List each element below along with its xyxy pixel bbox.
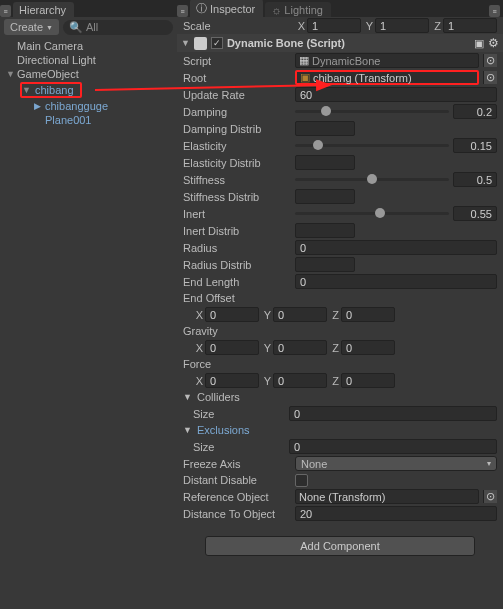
tree-item-game-object[interactable]: ▼ GameObject (0, 67, 177, 81)
axis-y: Y (261, 375, 271, 387)
radius-distrib-curve[interactable] (295, 257, 355, 272)
inert-slider[interactable] (295, 206, 449, 221)
force-x[interactable] (205, 373, 259, 388)
foldout-icon[interactable]: ▶ (34, 101, 45, 111)
scale-x[interactable] (307, 18, 361, 33)
field-label: Damping Distrib (183, 123, 291, 135)
field-label: Elasticity (183, 140, 291, 152)
elasticity-slider[interactable] (295, 138, 449, 153)
dropdown-value: None (301, 458, 327, 470)
gravity-x[interactable] (205, 340, 259, 355)
elasticity-distrib-curve[interactable] (295, 155, 355, 170)
script-value: DynamicBone (312, 55, 380, 67)
object-picker-icon[interactable]: ⊙ (483, 71, 497, 84)
tab-lighting[interactable]: ☼ Lighting (265, 2, 331, 17)
stiffness-value[interactable] (453, 172, 497, 187)
tree-item-main-camera[interactable]: Main Camera (0, 39, 177, 53)
csharp-script-icon (194, 37, 207, 50)
freeze-axis-dropdown[interactable]: None ▾ (295, 456, 497, 471)
component-enable-checkbox[interactable]: ✓ (211, 37, 223, 49)
inspector-icon: ⓘ (196, 1, 207, 16)
axis-x: X (193, 309, 203, 321)
end-offset-y[interactable] (273, 307, 327, 322)
field-label: Reference Object (183, 491, 291, 503)
end-offset-z[interactable] (341, 307, 395, 322)
reference-object-field[interactable]: None (Transform) (295, 489, 479, 504)
foldout-icon[interactable]: ▼ (183, 392, 193, 402)
tab-hierarchy[interactable]: Hierarchy (13, 2, 74, 17)
gravity-y[interactable] (273, 340, 327, 355)
help-icon[interactable]: ▣ (474, 37, 484, 50)
field-label: Inert Distrib (183, 225, 291, 237)
end-length-input[interactable] (295, 274, 497, 289)
component-title: Dynamic Bone (Script) (227, 37, 470, 49)
stiffness-slider[interactable] (295, 172, 449, 187)
tree-item-chibangguge[interactable]: ▶ chibangguge (0, 99, 177, 113)
damping-distrib-curve[interactable] (295, 121, 355, 136)
create-label: Create (10, 21, 43, 33)
panel-menu-icon[interactable]: ≡ (177, 5, 188, 17)
scale-z[interactable] (443, 18, 497, 33)
scale-y[interactable] (375, 18, 429, 33)
field-label: Force (183, 358, 291, 370)
search-icon: 🔍 (69, 21, 83, 34)
axis-z: Z (431, 20, 441, 32)
tree-label: Directional Light (17, 54, 96, 66)
stiffness-distrib-curve[interactable] (295, 189, 355, 204)
search-input[interactable]: 🔍 All (63, 20, 173, 35)
scale-label: Scale (183, 20, 291, 32)
search-placeholder: All (86, 21, 98, 33)
distance-to-object-input[interactable] (295, 506, 497, 521)
inert-distrib-curve[interactable] (295, 223, 355, 238)
reference-object-value: None (Transform) (299, 491, 385, 503)
update-rate-input[interactable] (295, 87, 497, 102)
axis-y: Y (363, 20, 373, 32)
root-field[interactable]: ▣ chibang (Transform) (295, 70, 479, 85)
panel-options-icon[interactable]: ≡ (489, 5, 500, 17)
foldout-icon[interactable]: ▼ (183, 425, 193, 435)
tab-label: Lighting (284, 4, 323, 16)
axis-z: Z (329, 309, 339, 321)
foldout-icon[interactable]: ▼ (22, 85, 33, 95)
tree-item-plane001[interactable]: Plane001 (0, 113, 177, 127)
elasticity-value[interactable] (453, 138, 497, 153)
axis-z: Z (329, 375, 339, 387)
object-picker-icon[interactable]: ⊙ (483, 54, 497, 67)
add-component-button[interactable]: Add Component (205, 536, 475, 556)
axis-y: Y (261, 342, 271, 354)
field-label: Inert (183, 208, 291, 220)
damping-slider[interactable] (295, 104, 449, 119)
field-label: End Length (183, 276, 291, 288)
component-header[interactable]: ▼ ✓ Dynamic Bone (Script) ▣ ⚙ (177, 34, 503, 52)
inert-value[interactable] (453, 206, 497, 221)
distant-disable-checkbox[interactable] (295, 474, 308, 487)
field-label: Script (183, 55, 291, 67)
field-label: Radius Distrib (183, 259, 291, 271)
foldout-icon[interactable]: ▼ (181, 38, 190, 48)
field-label: Colliders (197, 391, 240, 403)
field-label: Damping (183, 106, 291, 118)
gear-icon[interactable]: ⚙ (488, 36, 499, 50)
field-label: Update Rate (183, 89, 291, 101)
panel-menu-icon[interactable]: ≡ (0, 5, 11, 17)
create-button[interactable]: Create ▼ (4, 19, 59, 35)
damping-value[interactable] (453, 104, 497, 119)
foldout-icon[interactable]: ▼ (6, 69, 17, 79)
field-label: Elasticity Distrib (183, 157, 291, 169)
gravity-z[interactable] (341, 340, 395, 355)
radius-input[interactable] (295, 240, 497, 255)
end-offset-x[interactable] (205, 307, 259, 322)
tree-item-chibang[interactable]: ▼ chibang (0, 81, 177, 99)
force-y[interactable] (273, 373, 327, 388)
script-field[interactable]: ▦ DynamicBone (295, 53, 479, 68)
exclusions-size-input[interactable] (289, 439, 497, 454)
force-z[interactable] (341, 373, 395, 388)
tree-item-directional-light[interactable]: Directional Light (0, 53, 177, 67)
field-label: Exclusions (197, 424, 250, 436)
tab-label: Inspector (210, 3, 255, 15)
colliders-size-input[interactable] (289, 406, 497, 421)
tab-inspector[interactable]: ⓘ Inspector (190, 0, 263, 17)
size-label: Size (193, 441, 285, 453)
object-picker-icon[interactable]: ⊙ (483, 490, 497, 503)
field-label: Stiffness (183, 174, 291, 186)
